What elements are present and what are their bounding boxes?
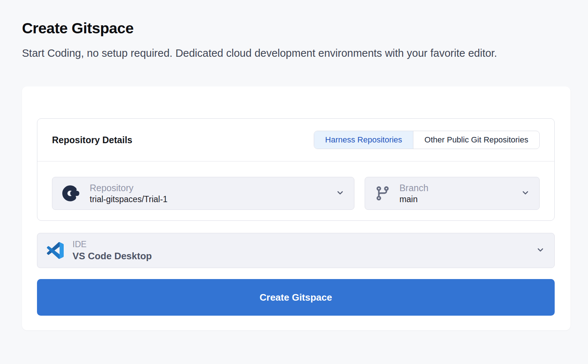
repository-select-value: trial-gitspaces/Trial-1: [90, 194, 168, 204]
page-title: Create Gitspace: [22, 20, 566, 37]
vscode-icon: [47, 242, 64, 259]
repository-details-heading: Repository Details: [52, 135, 133, 145]
repository-details-card: Repository Details Harness Repositories …: [37, 118, 555, 221]
repository-select[interactable]: Repository trial-gitspaces/Trial-1: [52, 177, 354, 210]
gitspace-form-card: Repository Details Harness Repositories …: [22, 86, 570, 330]
repository-select-label: Repository: [90, 183, 168, 193]
chevron-down-icon: [336, 188, 345, 198]
harness-repository-icon: [62, 184, 81, 203]
repository-source-tabs: Harness Repositories Other Public Git Re…: [314, 131, 540, 149]
branch-select-value: main: [399, 194, 428, 204]
repository-select-text: Repository trial-gitspaces/Trial-1: [90, 183, 168, 204]
repository-details-header: Repository Details Harness Repositories …: [37, 119, 554, 161]
ide-select-text: IDE VS Code Desktop: [72, 239, 152, 262]
branch-select[interactable]: Branch main: [365, 177, 540, 210]
chevron-down-icon: [536, 245, 545, 256]
branch-select-label: Branch: [399, 183, 428, 193]
ide-select[interactable]: IDE VS Code Desktop: [37, 233, 555, 268]
tab-harness-repositories[interactable]: Harness Repositories: [314, 131, 413, 149]
ide-select-value: VS Code Desktop: [72, 250, 152, 262]
git-branch-icon: [375, 185, 391, 201]
branch-select-text: Branch main: [399, 183, 428, 204]
create-gitspace-button[interactable]: Create Gitspace: [37, 279, 555, 316]
tab-other-public-git-repositories[interactable]: Other Public Git Repositories: [413, 131, 539, 149]
page-subtitle: Start Coding, no setup required. Dedicat…: [22, 47, 542, 60]
chevron-down-icon: [521, 188, 530, 198]
create-gitspace-page: Create Gitspace Start Coding, no setup r…: [0, 0, 588, 330]
ide-select-label: IDE: [72, 239, 152, 249]
repository-branch-row: Repository trial-gitspaces/Trial-1: [37, 161, 554, 220]
